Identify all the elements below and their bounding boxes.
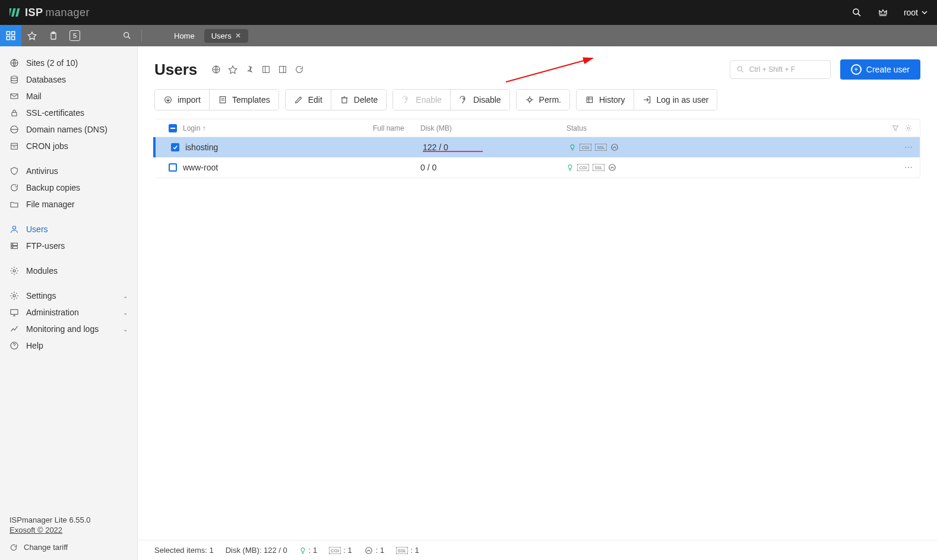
perm-button[interactable]: Perm. (517, 90, 569, 110)
sidebar-item-help[interactable]: Help (0, 337, 137, 354)
row-checkbox[interactable] (165, 143, 185, 151)
help-icon (10, 341, 19, 350)
col-login[interactable]: Login ↑ (183, 124, 373, 132)
subnav: 5 Home Users ✕ (0, 25, 937, 46)
col-disk[interactable]: Disk (MB) (420, 124, 566, 132)
select-all-checkbox[interactable] (163, 124, 183, 132)
columns-icon[interactable] (260, 64, 272, 75)
notifications-icon[interactable] (878, 7, 888, 18)
svg-rect-34 (280, 67, 286, 73)
layout-icon[interactable] (277, 64, 289, 75)
sidebar-item-administration[interactable]: Administration⌄ (0, 304, 137, 321)
sidebar-item-cron-jobs[interactable]: CRON jobs (0, 138, 137, 154)
lock-icon (10, 108, 19, 118)
sidebar-item-databases[interactable]: Databases (0, 71, 137, 88)
sidebar-item-monitoring-and-logs[interactable]: Monitoring and logs⌄ (0, 321, 137, 337)
user-icon (10, 224, 19, 234)
row-checkbox[interactable] (163, 163, 183, 172)
chevron-down-icon: ⌄ (123, 309, 128, 316)
cell-login: ishosting (185, 143, 375, 152)
sidebar-item-label: SSL-certificates (26, 108, 84, 118)
cell-disk: 122 / 0 (423, 143, 569, 152)
user-name: root (904, 8, 918, 17)
import-button[interactable]: import (155, 90, 209, 110)
change-tariff-link[interactable]: Change tariff (10, 543, 128, 552)
col-status[interactable]: Status (566, 124, 768, 132)
svg-point-16 (11, 76, 18, 78)
table-row[interactable]: ishosting 122 / 0 CGI SSL ⋯ (153, 137, 920, 157)
tab-home[interactable]: Home (167, 29, 202, 43)
status-disk: Disk (MB): 122 / 0 (226, 546, 287, 555)
clipboard-button[interactable] (43, 25, 64, 46)
sidebar-item-sites-2-of-10-[interactable]: Sites (2 of 10) (0, 55, 137, 71)
svg-rect-28 (11, 309, 18, 314)
version-label: ISPmanager Lite 6.55.0 (10, 515, 128, 524)
star-icon[interactable] (227, 64, 239, 75)
refresh-header-icon[interactable] (293, 64, 305, 75)
favorites-button[interactable] (21, 25, 43, 46)
subnav-search-icon[interactable] (116, 31, 138, 40)
svg-rect-7 (12, 31, 15, 34)
user-menu[interactable]: root (904, 8, 927, 17)
status-php: : 1 (364, 546, 384, 555)
sidebar-item-modules[interactable]: Modules (0, 262, 137, 279)
close-tab-icon[interactable]: ✕ (235, 31, 241, 40)
svg-rect-8 (7, 37, 10, 40)
logo-text-manager: manager (46, 7, 90, 19)
chart-icon (10, 324, 19, 334)
sidebar-item-label: Antivirus (26, 166, 58, 176)
search-icon[interactable] (851, 7, 862, 18)
svg-point-48 (907, 127, 910, 129)
gear-icon (10, 291, 19, 300)
disable-button[interactable]: Disable (450, 90, 509, 110)
edit-button[interactable]: Edit (286, 90, 331, 110)
sidebar-item-label: CRON jobs (26, 141, 68, 151)
row-actions-menu[interactable]: ⋯ (904, 143, 913, 152)
svg-rect-2 (15, 8, 20, 17)
tab-users[interactable]: Users ✕ (204, 29, 248, 43)
row-actions-menu[interactable]: ⋯ (904, 163, 913, 172)
history-button[interactable]: History (577, 90, 634, 110)
cal-icon (10, 141, 19, 151)
create-user-button[interactable]: + Create user (840, 59, 920, 80)
sidebar-item-label: Domain names (DNS) (26, 125, 107, 134)
globe-icon[interactable] (210, 64, 222, 75)
logo: ISPmanager (10, 7, 90, 19)
sidebar-item-label: Mail (26, 91, 42, 101)
templates-button[interactable]: Templates (209, 90, 278, 110)
menu-toggle[interactable] (0, 25, 21, 46)
sidebar-item-backup-copies[interactable]: Backup copies (0, 179, 137, 196)
sidebar-item-mail[interactable]: Mail (0, 88, 137, 105)
enable-button: Enable (393, 90, 450, 110)
sidebar-item-settings[interactable]: Settings⌄ (0, 287, 137, 304)
sidebar-item-users[interactable]: Users (0, 221, 137, 238)
filter-placeholder: Ctrl + Shift + F (749, 65, 795, 74)
col-fullname[interactable]: Full name (373, 124, 420, 132)
sidebar-item-ftp-users[interactable]: FTP-users (0, 238, 137, 254)
settings-column-icon[interactable] (904, 124, 913, 132)
refresh-icon (10, 183, 19, 192)
sidebar-item-file-manager[interactable]: File manager (0, 196, 137, 213)
svg-point-27 (13, 295, 15, 297)
sidebar-item-label: Administration (26, 308, 79, 317)
sidebar-item-domain-names-dns-[interactable]: Domain names (DNS) (0, 121, 137, 138)
sidebar-item-ssl-certificates[interactable]: SSL-certificates (0, 105, 137, 121)
svg-point-36 (737, 67, 742, 71)
tasks-count-button[interactable]: 5 (64, 25, 86, 46)
filter-column-icon[interactable] (891, 124, 900, 132)
sidebar-item-antivirus[interactable]: Antivirus (0, 163, 137, 179)
svg-point-26 (13, 270, 15, 272)
svg-text:CGI: CGI (331, 548, 339, 553)
svg-marker-31 (229, 66, 237, 74)
table-row[interactable]: www-root 0 / 0 CGI SSL ⋯ (156, 157, 920, 178)
plus-icon: + (851, 64, 862, 75)
sidebar-item-label: Monitoring and logs (26, 324, 99, 334)
svg-rect-6 (7, 31, 10, 34)
filter-input[interactable]: Ctrl + Shift + F (730, 60, 831, 79)
cell-disk: 0 / 0 (420, 163, 566, 172)
svg-rect-32 (263, 67, 270, 73)
pin-icon[interactable] (243, 64, 255, 75)
delete-button[interactable]: Delete (331, 90, 386, 110)
svg-point-3 (853, 9, 859, 14)
login-as-user-button[interactable]: Log in as user (634, 90, 717, 110)
